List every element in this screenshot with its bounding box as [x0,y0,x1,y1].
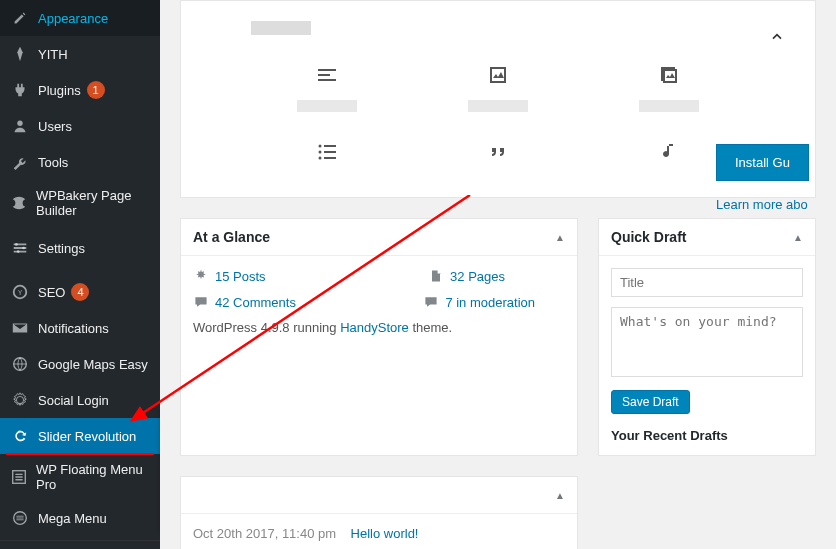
block-text[interactable] [277,63,377,112]
sidebar-item-appearance[interactable]: Appearance [0,0,160,36]
sidebar-item-label: Social Login [38,393,109,408]
wrench-icon [10,152,30,172]
svg-point-12 [318,157,321,160]
sidebar-item-megamenu[interactable]: Mega Menu [0,500,160,536]
count-badge: 4 [71,283,89,301]
sidebar-item-label: Users [38,119,72,134]
brush-icon [10,8,30,28]
right-column: Install Gu Learn more abo [716,144,836,212]
activity-date: Oct 20th 2017, 11:40 pm [193,526,336,541]
sidebar-item-sliderrev[interactable]: Slider Revolution [0,418,160,454]
sidebar-item-wpfloating[interactable]: WP Floating Menu Pro [0,454,160,500]
sidebar-item-label: Mega Menu [38,511,107,526]
sidebar-item-plugins[interactable]: Plugins1 [0,72,160,108]
refresh-icon [10,426,30,446]
sidebar-item-googlemaps[interactable]: Google Maps Easy [0,346,160,382]
content-area: Install Gu Learn more abo At a Glance▲ 1… [160,0,836,549]
sidebar-item-wpbakery[interactable]: WPBakery Page Builder [0,180,160,226]
panel-toggle[interactable]: ▲ [793,232,803,243]
block-image[interactable] [448,63,548,112]
glance-moderation[interactable]: 7 in moderation [423,294,535,310]
megamenu-icon [10,508,30,528]
svg-point-3 [17,250,20,253]
recent-drafts-heading: Your Recent Drafts [611,428,803,443]
block-list[interactable] [277,140,377,167]
block-quote[interactable] [448,140,548,167]
sidebar-item-label: Plugins [38,83,81,98]
users-icon [10,116,30,136]
yith-icon [10,44,30,64]
seo-icon: Y [10,282,30,302]
sidebar-item-label: Settings [38,241,85,256]
block-gallery[interactable] [619,63,719,112]
sidebar-item-settings[interactable]: Settings [0,230,160,266]
learn-more-link[interactable]: Learn more abo [716,197,808,212]
save-draft-button[interactable]: Save Draft [611,390,690,414]
panel-title: Quick Draft [611,229,686,245]
sidebar-item-label: Slider Revolution [38,429,136,444]
install-gutenberg-button[interactable]: Install Gu [716,144,809,181]
envelope-icon [10,318,30,338]
sidebar-item-label: YITH [38,47,68,62]
sidebar-item-yith[interactable]: YITH [0,36,160,72]
plug-icon [10,80,30,100]
glance-pages[interactable]: 32 Pages [428,268,505,284]
quick-draft-panel: Quick Draft▲ Save Draft Your Recent Draf… [598,218,816,456]
glance-posts[interactable]: 15 Posts [193,268,266,284]
admin-sidebar: Appearance YITH Plugins1 Users Tools WPB… [0,0,160,549]
sidebar-item-sociallogin[interactable]: Social Login [0,382,160,418]
theme-link[interactable]: HandyStore [340,320,409,335]
sidebar-item-label: SEO [38,285,65,300]
sidebar-item-label: Google Maps Easy [38,357,148,372]
activity-post-link[interactable]: Hello world! [351,526,419,541]
wpbakery-icon [10,193,28,213]
sidebar-item-label: Tools [38,155,68,170]
panel-collapse-button[interactable] [769,29,785,48]
sidebar-item-users[interactable]: Users [0,108,160,144]
glance-comments[interactable]: 42 Comments [193,294,296,310]
wp-version-text: WordPress 4.9.8 running HandyStore theme… [193,320,565,335]
sliders-icon [10,238,30,258]
panel-toggle[interactable]: ▲ [555,232,565,243]
sidebar-item-label: WP Floating Menu Pro [36,462,150,492]
block-audio[interactable] [619,140,719,167]
svg-point-10 [318,145,321,148]
draft-title-input[interactable] [611,268,803,297]
activity-panel: Activity▲ Oct 20th 2017, 11:40 pm Hello … [180,476,578,549]
sidebar-item-label: Appearance [38,11,108,26]
menu-icon [10,467,28,487]
svg-point-2 [22,247,25,250]
svg-point-0 [17,121,22,126]
at-a-glance-panel: At a Glance▲ 15 Posts 32 Pages 42 Commen… [180,218,578,456]
sidebar-item-notifications[interactable]: Notifications [0,310,160,346]
placeholder-bar [251,21,311,35]
panel-toggle[interactable]: ▲ [555,490,565,501]
sidebar-collapse[interactable]: Collapse menu [0,540,160,549]
sidebar-item-tools[interactable]: Tools [0,144,160,180]
draft-content-input[interactable] [611,307,803,377]
gear-icon [10,390,30,410]
sidebar-item-seo[interactable]: YSEO4 [0,274,160,310]
sidebar-item-label: WPBakery Page Builder [36,188,150,218]
globe-icon [10,354,30,374]
svg-point-1 [15,243,18,246]
sidebar-item-label: Notifications [38,321,109,336]
panel-title: At a Glance [193,229,270,245]
count-badge: 1 [87,81,105,99]
svg-text:Y: Y [18,289,23,296]
svg-point-11 [318,151,321,154]
